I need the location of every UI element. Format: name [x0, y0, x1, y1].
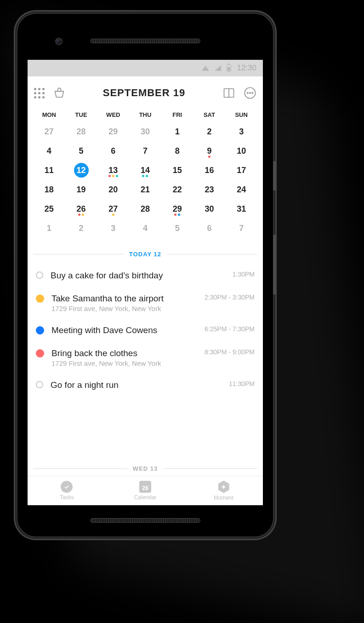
weekday-label: WED — [97, 111, 129, 118]
weekday-label: FRI — [161, 111, 193, 118]
event-indicator-dots — [65, 213, 97, 216]
calendar-day[interactable]: 11 — [33, 166, 65, 175]
phone-speaker — [90, 39, 200, 43]
nav-calendar[interactable]: 26 Calendar — [106, 476, 185, 505]
section-today: TODAY 12 — [28, 251, 263, 258]
event-time: 2:30PM - 3:30PM — [205, 294, 255, 301]
calendar-day[interactable]: 19 — [65, 185, 97, 195]
tasks-icon — [61, 481, 73, 493]
calendar-day[interactable]: 5 — [161, 224, 193, 233]
nav-tasks[interactable]: Tasks — [28, 476, 106, 505]
calendar-day[interactable]: 29 — [97, 127, 129, 137]
event-item[interactable]: Go for a night run11:30PM — [36, 374, 255, 397]
event-item[interactable]: Buy a cake for dad's birthday1:30PM — [36, 264, 255, 287]
calendar-day[interactable]: 24 — [225, 185, 257, 195]
event-item[interactable]: Meeting with Dave Cowens6:25PM - 7:30PM — [36, 319, 255, 342]
event-indicator-dots — [129, 175, 161, 177]
event-color-dot — [36, 326, 44, 335]
calendar-day[interactable]: 30 — [193, 204, 226, 214]
more-icon[interactable] — [244, 87, 256, 99]
events-list[interactable]: Buy a cake for dad's birthday1:30PMTake … — [28, 261, 263, 452]
calendar-day[interactable]: 12 — [65, 163, 97, 178]
event-title: Meeting with Dave Cowens — [51, 325, 197, 335]
calendar-day[interactable]: 1 — [33, 224, 65, 233]
toolbar: SEPTEMBER 19 — [28, 76, 263, 110]
weekday-label: TUE — [65, 111, 97, 118]
calendar-day[interactable]: 3 — [97, 224, 129, 233]
calendar-day[interactable]: 10 — [225, 146, 257, 156]
calendar-day[interactable]: 18 — [33, 185, 65, 195]
phone-speaker-bottom — [90, 518, 200, 523]
calendar-day[interactable]: 20 — [97, 185, 129, 195]
calendar-day[interactable]: 4 — [129, 224, 161, 233]
event-color-dot — [36, 294, 44, 303]
event-item[interactable]: Take Samantha to the airport1729 First a… — [36, 287, 255, 319]
calendar-day[interactable]: 29 — [161, 204, 193, 214]
calendar-day[interactable]: 8 — [161, 146, 193, 156]
calendar-day[interactable]: 21 — [129, 185, 161, 195]
calendar-day[interactable]: 4 — [33, 146, 65, 156]
calendar-day[interactable]: 2 — [65, 224, 97, 233]
calendar-day[interactable]: 27 — [97, 204, 129, 214]
calendar-grid: MONTUEWEDTHUFRISATSUN 272829301234567891… — [28, 110, 263, 238]
calendar-day[interactable]: 1 — [161, 127, 193, 137]
event-color-dot — [36, 271, 43, 279]
weekday-label: SUN — [225, 111, 257, 118]
calendar-day[interactable]: 7 — [129, 146, 161, 156]
calendar-day[interactable]: 25 — [33, 204, 65, 214]
calendar-day[interactable]: 30 — [129, 127, 161, 137]
calendar-day[interactable]: 13 — [97, 166, 129, 175]
calendar-day[interactable]: 14 — [129, 166, 161, 175]
calendar-day[interactable]: 26 — [65, 204, 97, 214]
nav-moment[interactable]: ✦ Moment — [184, 476, 263, 505]
section-next-label: WED 13 — [133, 465, 158, 472]
event-indicator-dots — [193, 156, 226, 158]
weekday-label: MON — [33, 111, 65, 118]
calendar-day[interactable]: 22 — [161, 185, 193, 195]
event-color-dot — [36, 349, 44, 358]
calendar-day[interactable]: 3 — [225, 127, 257, 137]
event-item[interactable]: Bring back the clothes1729 First ave, Ne… — [36, 342, 255, 374]
event-time: 11:30PM — [229, 380, 255, 387]
weekday-label: THU — [129, 111, 161, 118]
calendar-day[interactable]: 6 — [193, 224, 226, 233]
event-indicator-dots — [97, 213, 129, 216]
section-today-label: TODAY 12 — [129, 251, 161, 258]
calendar-day[interactable]: 16 — [193, 166, 226, 175]
svg-point-5 — [252, 92, 253, 93]
apps-grid-icon[interactable] — [34, 88, 45, 98]
event-time: 1:30PM — [233, 271, 255, 278]
calendar-day[interactable]: 31 — [225, 204, 257, 214]
calendar-day[interactable]: 23 — [193, 185, 226, 195]
event-title: Buy a cake for dad's birthday — [51, 271, 225, 281]
calendar-day[interactable]: 27 — [33, 127, 65, 137]
event-color-dot — [36, 381, 43, 388]
calendar-day[interactable]: 15 — [161, 166, 193, 175]
book-icon[interactable] — [222, 87, 235, 99]
event-time: 6:25PM - 7:30PM — [205, 325, 255, 333]
calendar-day[interactable]: 7 — [225, 224, 257, 233]
calendar-icon: 26 — [139, 481, 151, 493]
calendar-day[interactable]: 9 — [193, 146, 226, 156]
event-title: Take Samantha to the airport — [51, 294, 197, 304]
bottom-nav: Tasks 26 Calendar ✦ Moment — [28, 476, 263, 505]
calendar-day[interactable]: 28 — [129, 204, 161, 214]
svg-point-3 — [247, 92, 248, 93]
event-time: 8:30PM - 9:00PM — [205, 348, 255, 356]
calendar-day[interactable]: 6 — [97, 146, 129, 156]
volume-button — [273, 235, 277, 294]
event-indicator-dots — [97, 175, 129, 177]
basket-icon[interactable] — [53, 87, 66, 99]
calendar-day[interactable]: 28 — [65, 127, 97, 137]
power-button — [273, 161, 277, 190]
calendar-day[interactable]: 2 — [193, 127, 226, 137]
event-title: Go for a night run — [51, 380, 222, 390]
event-subtitle: 1729 First ave, New York, New York — [51, 359, 197, 367]
svg-point-4 — [250, 92, 250, 93]
wifi-icon — [202, 66, 209, 71]
moment-icon: ✦ — [218, 481, 229, 493]
phone-camera — [55, 38, 63, 45]
status-bar: 12:30 — [28, 60, 263, 76]
calendar-day[interactable]: 5 — [65, 146, 97, 156]
calendar-day[interactable]: 17 — [225, 166, 257, 175]
